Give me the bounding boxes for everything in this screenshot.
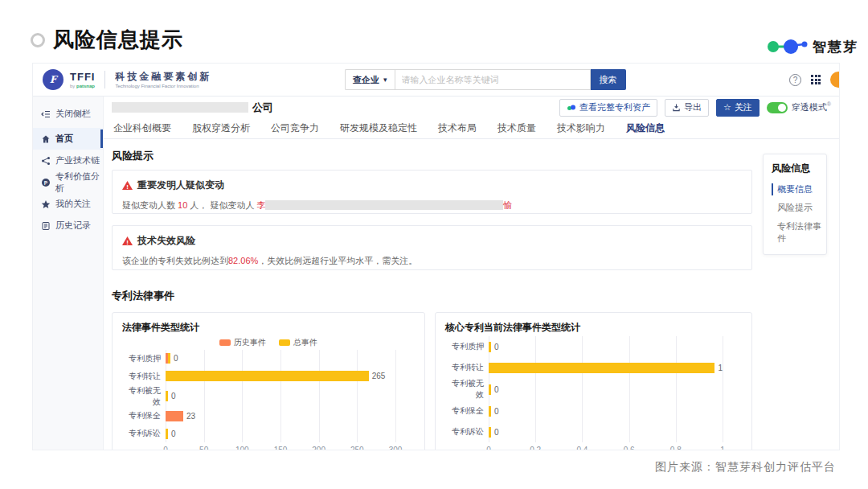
chevron-down-icon: ▾ bbox=[383, 76, 387, 84]
alert-title-row: !技术失效风险 bbox=[122, 234, 742, 248]
app-body: 关闭侧栏 首页产业技术链P专利价值分析我的关注历史记录 公司 查看完整专 bbox=[33, 97, 839, 450]
bar-segment bbox=[168, 353, 170, 364]
chart-bar-row: 专利被无效0 bbox=[122, 385, 415, 408]
apps-grid-icon[interactable] bbox=[811, 75, 821, 84]
category-label: 专利诉讼 bbox=[445, 426, 489, 438]
warning-icon: ! bbox=[122, 181, 133, 190]
x-tick-label: 100 bbox=[235, 446, 249, 450]
risk-alert-card: !重要发明人疑似变动疑似变动人数 10 人， 疑似变动人 李愉 bbox=[112, 170, 752, 214]
main-area: 公司 查看完整专利资产 导出 bbox=[104, 97, 839, 450]
app-window: F TFFI by patsnap 科技金融要素创新 Technology Fi… bbox=[32, 63, 840, 450]
anchor-nav-items: 概要信息风险提示专利法律事件 bbox=[772, 180, 821, 248]
risk-section-title: 风险提示 bbox=[112, 149, 831, 163]
tab-competitiveness[interactable]: 公司竞争力 bbox=[271, 121, 319, 135]
anchor-nav-item[interactable]: 概要信息 bbox=[772, 180, 821, 199]
legend-label: 历史事件 bbox=[234, 337, 266, 348]
risk-alert-card: !技术失效风险该企业的专利失效比例达到82.06%，失效比例远超行业平均水平，需… bbox=[112, 225, 752, 270]
legend-swatch bbox=[279, 339, 290, 346]
sidebar-collapse-button[interactable]: 关闭侧栏 bbox=[33, 103, 103, 125]
bar-segment bbox=[489, 363, 714, 373]
patsnap-brand: 智慧芽 bbox=[767, 37, 858, 56]
chart-xaxis: 050100150200250300 bbox=[166, 442, 395, 450]
search-category-label: 查企业 bbox=[353, 74, 379, 86]
category-label: 专利保全 bbox=[122, 410, 166, 421]
chart-bar-row: 专利质押0 bbox=[445, 336, 742, 357]
view-full-patent-assets-button[interactable]: 查看完整专利资产 bbox=[559, 99, 657, 117]
tab-rnd-scale[interactable]: 研发规模及稳定性 bbox=[340, 121, 417, 135]
tab-tech-layout[interactable]: 技术布局 bbox=[438, 121, 477, 135]
company-name-redacted bbox=[112, 102, 248, 113]
penetration-mode-toggle[interactable] bbox=[767, 102, 788, 113]
search-input[interactable] bbox=[395, 69, 591, 90]
avatar[interactable] bbox=[830, 72, 839, 88]
brand-name: 智慧芽 bbox=[813, 38, 858, 56]
bar-track: 0 bbox=[166, 391, 395, 401]
legend-item[interactable]: 总事件 bbox=[279, 337, 317, 348]
tffi-slogan: 科技金融要素创新 Technology Financial Factor Inn… bbox=[115, 72, 211, 88]
bar-value-label: 0 bbox=[174, 354, 178, 363]
chart-card-core-patent-events: 核心专利当前法律事件类型统计 专利质押0专利转让1专利被无效0专利保全0专利诉讼… bbox=[435, 312, 752, 450]
alert-text-segment: 疑似变动人数 bbox=[122, 200, 178, 210]
legend-item[interactable]: 历史事件 bbox=[219, 337, 266, 348]
help-icon[interactable]: ? bbox=[789, 74, 801, 86]
registered-mark-icon: ® bbox=[827, 101, 831, 107]
tab-overview[interactable]: 企业科创概要 bbox=[113, 121, 171, 135]
chart-bar-row: 专利保全0 bbox=[445, 401, 742, 421]
slogan-en: Technology Financial Factor Innovation bbox=[115, 84, 211, 88]
x-tick-label: 0 bbox=[163, 446, 168, 450]
export-button[interactable]: 导出 bbox=[665, 99, 709, 117]
bar-segment bbox=[166, 371, 369, 381]
tab-tech-impact[interactable]: 技术影响力 bbox=[557, 121, 605, 135]
anchor-nav-panel: 风险信息 概要信息风险提示专利法律事件 bbox=[763, 154, 827, 255]
tab-tech-quality[interactable]: 技术质量 bbox=[497, 121, 536, 135]
category-label: 专利诉讼 bbox=[122, 428, 166, 439]
logo-divider bbox=[104, 71, 105, 88]
sidebar-item-label: 我的关注 bbox=[55, 198, 91, 210]
x-tick-label: 1 bbox=[720, 446, 725, 450]
sidebar-item-patent-value[interactable]: P专利价值分析 bbox=[33, 171, 103, 193]
star-outline-icon: ☆ bbox=[723, 102, 731, 113]
patent-assets-icon bbox=[567, 103, 576, 113]
anchor-nav-item[interactable]: 专利法律事件 bbox=[772, 217, 821, 248]
bar-segment bbox=[489, 384, 491, 395]
image-source-caption: 图片来源：智慧芽科创力评估平台 bbox=[655, 460, 836, 475]
anchor-nav-title: 风险信息 bbox=[772, 162, 821, 175]
tab-risk-info[interactable]: 风险信息 bbox=[626, 121, 665, 135]
header-icons: ? bbox=[789, 72, 839, 88]
penetration-mode-label: 穿透模式® bbox=[792, 101, 831, 113]
title-bullet-icon bbox=[31, 33, 45, 47]
x-tick-label: 50 bbox=[199, 446, 208, 450]
bar-value-label: 0 bbox=[171, 429, 176, 438]
sidebar-item-my-follow[interactable]: 我的关注 bbox=[33, 193, 103, 215]
tffi-logo: F TFFI by patsnap 科技金融要素创新 Technology Fi… bbox=[43, 69, 211, 90]
anchor-nav-item[interactable]: 风险提示 bbox=[772, 199, 821, 217]
category-label: 专利保全 bbox=[445, 405, 489, 417]
sidebar-item-home[interactable]: 首页 bbox=[33, 128, 103, 150]
download-icon bbox=[672, 103, 681, 112]
chart-legend: 历史事件总事件 bbox=[122, 337, 415, 348]
bar-track: 265 bbox=[166, 371, 395, 381]
bar-track: 0 bbox=[489, 427, 723, 438]
search-category-dropdown[interactable]: 查企业 ▾ bbox=[345, 69, 395, 90]
tab-equity[interactable]: 股权穿透分析 bbox=[192, 121, 250, 135]
alert-text-segment: 人， 疑似变动人 bbox=[187, 200, 256, 210]
sidebar-item-industry-chain[interactable]: 产业技术链 bbox=[33, 150, 103, 171]
bar-value-label: 23 bbox=[186, 412, 195, 421]
home-icon bbox=[41, 134, 51, 144]
bar-value-label: 0 bbox=[494, 343, 499, 351]
follow-button[interactable]: ☆ 关注 bbox=[716, 99, 760, 117]
chart-bar-row: 专利诉讼0 bbox=[445, 421, 742, 442]
category-label: 专利转让 bbox=[122, 371, 166, 382]
bar-track: 0 bbox=[166, 429, 395, 439]
search-bar: 查企业 ▾ 搜索 bbox=[345, 69, 626, 90]
alert-text: 该企业的专利失效比例达到82.06%，失效比例远超行业平均水平，需关注。 bbox=[122, 255, 742, 267]
bar-segment bbox=[166, 429, 168, 439]
search-button[interactable]: 搜索 bbox=[591, 69, 626, 90]
chart-bar-row: 专利诉讼0 bbox=[122, 425, 415, 442]
patsnap-logo-icon bbox=[767, 37, 809, 56]
sidebar-item-label: 首页 bbox=[55, 133, 73, 145]
sidebar-item-history[interactable]: 历史记录 bbox=[33, 215, 103, 236]
view-assets-label: 查看完整专利资产 bbox=[579, 101, 650, 113]
category-label: 专利质押 bbox=[445, 341, 489, 352]
x-tick-label: 150 bbox=[274, 446, 288, 450]
